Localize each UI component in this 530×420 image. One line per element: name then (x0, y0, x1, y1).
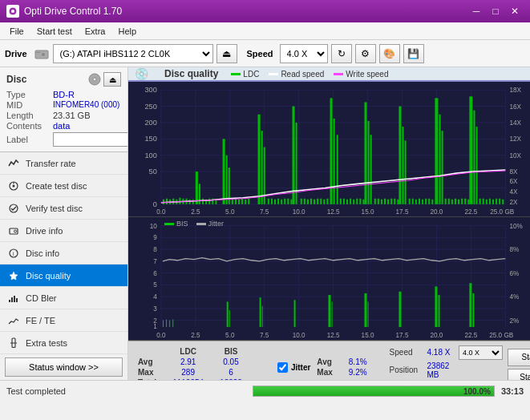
svg-rect-111 (314, 200, 315, 204)
svg-rect-153 (448, 199, 450, 204)
svg-rect-120 (343, 199, 345, 204)
speed-stat-label: Speed (386, 345, 424, 361)
svg-rect-143 (415, 200, 417, 204)
svg-rect-226 (294, 300, 296, 327)
svg-rect-73 (179, 198, 180, 204)
svg-rect-97 (268, 199, 269, 204)
svg-text:22.5: 22.5 (464, 331, 477, 339)
sidebar-item-create-test-disc[interactable]: Create test disc (0, 175, 127, 197)
sidebar-item-transfer-rate[interactable]: Transfer rate (0, 152, 127, 175)
verify-test-disc-icon (6, 201, 21, 216)
transfer-rate-icon (6, 156, 21, 171)
jitter-checkbox[interactable] (277, 362, 288, 373)
svg-text:17.5: 17.5 (396, 208, 409, 216)
disc-label-label: Label (6, 135, 53, 144)
stats-bis-total: 18838 (212, 378, 250, 380)
disc-quality-title-icon: 💿 (135, 67, 148, 80)
svg-rect-150 (439, 115, 441, 204)
svg-rect-129 (370, 135, 372, 204)
svg-point-8 (13, 184, 15, 187)
disc-label-input[interactable] (53, 132, 128, 147)
svg-rect-78 (196, 172, 198, 204)
menu-help[interactable]: Help (111, 25, 143, 38)
start-part-button[interactable]: Start part (508, 369, 530, 380)
svg-rect-115 (326, 199, 328, 204)
svg-rect-108 (304, 199, 305, 204)
sidebar-item-disc-quality[interactable]: Disc quality (0, 265, 127, 287)
stats-avg-label: Avg (135, 357, 164, 367)
jitter-max-label: Max (314, 367, 340, 378)
menu-file[interactable]: File (3, 25, 30, 38)
position-row: Position 23862 MB (386, 361, 504, 380)
svg-rect-132 (381, 200, 382, 204)
svg-text:5.0: 5.0 (225, 331, 235, 339)
svg-rect-222 (227, 302, 229, 328)
sidebar-item-verify-test-disc[interactable]: Verify test disc (0, 197, 127, 220)
menu-extra[interactable]: Extra (79, 25, 112, 38)
disc-section-label: Disc (6, 74, 26, 85)
svg-text:6X: 6X (509, 178, 518, 185)
svg-rect-159 (467, 200, 469, 204)
svg-rect-124 (356, 199, 358, 204)
jitter-legend-color (196, 223, 206, 225)
bis-jitter-chart: BIS Jitter (128, 217, 530, 341)
svg-rect-123 (353, 200, 354, 204)
progress-text: 100.0% (463, 386, 491, 395)
svg-text:2.5: 2.5 (191, 208, 200, 216)
close-button[interactable]: ✕ (506, 4, 524, 18)
minimize-button[interactable]: ─ (467, 4, 485, 18)
ldc-chart-svg: 300 250 200 150 100 50 0 18X 16X 14X 12X… (128, 82, 530, 216)
svg-rect-231 (399, 292, 401, 327)
svg-text:12X: 12X (509, 135, 521, 143)
svg-text:9: 9 (153, 233, 157, 241)
stats-total-label: Total (135, 378, 164, 380)
settings-button[interactable]: ⚙ (355, 44, 376, 63)
sidebar-item-extra-tests[interactable]: Extra tests (0, 332, 127, 354)
disc-length-row: Length 23.31 GB (6, 111, 121, 120)
save-button[interactable]: 💾 (403, 44, 424, 63)
svg-rect-224 (260, 297, 261, 327)
status-window-button[interactable]: Status window >> (5, 357, 123, 377)
theme-button[interactable]: 🎨 (379, 44, 400, 63)
sidebar-item-label-drive-info: Drive info (26, 226, 63, 236)
start-full-button[interactable]: Start full (508, 349, 530, 366)
stats-col-ldc: LDC (164, 346, 212, 357)
disc-contents-label: Contents (6, 121, 53, 131)
svg-text:25.0 GB: 25.0 GB (489, 331, 513, 339)
sidebar-item-label-fe-te: FE / TE (26, 316, 55, 325)
stats-bis-max: 6 (212, 367, 250, 378)
speed-select[interactable]: 4.0 X6.0 X8.0 XMax (280, 44, 328, 63)
svg-point-1 (11, 10, 14, 13)
sidebar-item-disc-info[interactable]: i Disc info (0, 242, 127, 265)
disc-eject-btn[interactable]: ⏏ (103, 72, 121, 87)
refresh-button[interactable]: ↻ (331, 44, 352, 63)
svg-rect-230 (368, 302, 369, 328)
svg-rect-85 (223, 139, 225, 204)
sidebar-item-drive-info[interactable]: Drive info (0, 220, 127, 242)
stats-total-row: Total 1112054 18838 (135, 378, 266, 380)
svg-rect-101 (281, 200, 282, 204)
sidebar-item-fe-te[interactable]: FE / TE (0, 309, 127, 332)
drive-select[interactable]: (G:) ATAPI iHBS112 2 CL0K (53, 44, 213, 63)
svg-rect-220 (169, 321, 170, 327)
svg-text:8: 8 (153, 245, 157, 253)
sidebar-item-cd-bler[interactable]: CD Bler (0, 287, 127, 309)
sidebar-item-label-disc-quality: Disc quality (26, 271, 71, 281)
stats-avg-row: Avg 2.91 0.05 (135, 357, 266, 367)
disc-contents-value: data (53, 121, 70, 131)
svg-rect-77 (192, 200, 194, 204)
bis-legend-color (164, 223, 174, 225)
maximize-button[interactable]: □ (487, 4, 504, 18)
toolbar: Drive (G:) ATAPI iHBS112 2 CL0K ⏏ Speed … (0, 40, 530, 67)
cd-bler-icon (6, 291, 21, 305)
speed-stat-select[interactable]: 4.0 X (459, 345, 503, 360)
svg-rect-91 (241, 199, 243, 204)
svg-text:7.5: 7.5 (260, 331, 269, 339)
svg-rect-167 (492, 200, 494, 204)
menu-start-test[interactable]: Start test (30, 25, 79, 38)
create-test-disc-icon (6, 179, 21, 193)
svg-rect-112 (317, 199, 318, 204)
svg-text:1: 1 (153, 322, 157, 330)
eject-button[interactable]: ⏏ (216, 44, 237, 63)
title-bar: Opti Drive Control 1.70 ─ □ ✕ (0, 0, 530, 22)
